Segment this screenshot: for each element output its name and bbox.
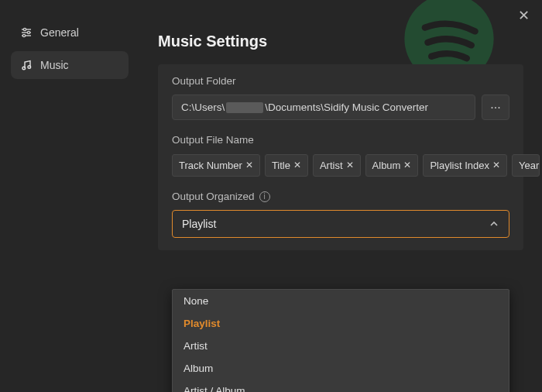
- remove-chip-icon[interactable]: ✕: [293, 160, 301, 170]
- redacted-username: [226, 102, 263, 113]
- sidebar-item-general[interactable]: General: [11, 19, 129, 46]
- option-none[interactable]: None: [173, 290, 509, 312]
- remove-chip-icon[interactable]: ✕: [403, 160, 411, 170]
- svg-point-5: [22, 34, 25, 36]
- option-artist-album[interactable]: Artist / Album: [173, 380, 509, 392]
- output-organized-dropdown: None Playlist Artist Album Artist / Albu…: [172, 289, 509, 392]
- sidebar-item-music[interactable]: Music: [11, 51, 129, 79]
- svg-point-3: [23, 28, 26, 30]
- sidebar-item-label: Music: [40, 59, 69, 71]
- file-name-chips: Track Number✕ Title✕ Artist✕ Album✕ Play…: [172, 153, 509, 177]
- browse-folder-button[interactable]: ···: [482, 95, 509, 120]
- select-value: Playlist: [182, 218, 216, 230]
- chip-artist[interactable]: Artist✕: [313, 154, 361, 177]
- option-artist[interactable]: Artist: [173, 335, 509, 357]
- ellipsis-icon: ···: [490, 101, 500, 115]
- chip-track-number[interactable]: Track Number✕: [172, 154, 260, 177]
- output-folder-path-suffix: \Documents\Sidify Music Converter: [265, 101, 428, 113]
- output-folder-input[interactable]: C:\Users\ \Documents\Sidify Music Conver…: [172, 95, 475, 120]
- remove-chip-icon[interactable]: ✕: [245, 160, 253, 170]
- chip-playlist-index[interactable]: Playlist Index✕: [423, 154, 507, 177]
- output-folder-path-prefix: C:\Users\: [181, 101, 225, 113]
- output-organized-label: Output Organized i: [172, 191, 509, 202]
- chevron-up-icon: [489, 218, 499, 229]
- output-file-name-label: Output File Name: [172, 134, 509, 146]
- option-playlist[interactable]: Playlist: [173, 312, 509, 335]
- output-folder-label: Output Folder: [172, 75, 509, 87]
- music-note-icon: [20, 59, 33, 71]
- sliders-icon: [20, 26, 33, 39]
- chip-album[interactable]: Album✕: [365, 154, 419, 177]
- settings-panel: Output Folder C:\Users\ \Documents\Sidif…: [158, 64, 523, 250]
- svg-point-6: [22, 67, 26, 70]
- remove-chip-icon[interactable]: ✕: [492, 160, 500, 170]
- close-button[interactable]: ✕: [516, 8, 531, 23]
- chip-year[interactable]: Year: [512, 154, 540, 177]
- remove-chip-icon[interactable]: ✕: [346, 160, 354, 170]
- info-icon[interactable]: i: [259, 191, 270, 202]
- output-organized-select[interactable]: Playlist: [172, 210, 509, 238]
- settings-main: ✕ Music Settings Output Folder C:\Users\…: [139, 0, 542, 392]
- chip-title[interactable]: Title✕: [265, 154, 308, 177]
- option-album[interactable]: Album: [173, 357, 509, 380]
- svg-point-7: [28, 66, 31, 69]
- close-icon: ✕: [518, 9, 530, 22]
- settings-sidebar: General Music: [0, 0, 139, 392]
- sidebar-item-label: General: [40, 26, 79, 39]
- svg-point-4: [27, 31, 29, 33]
